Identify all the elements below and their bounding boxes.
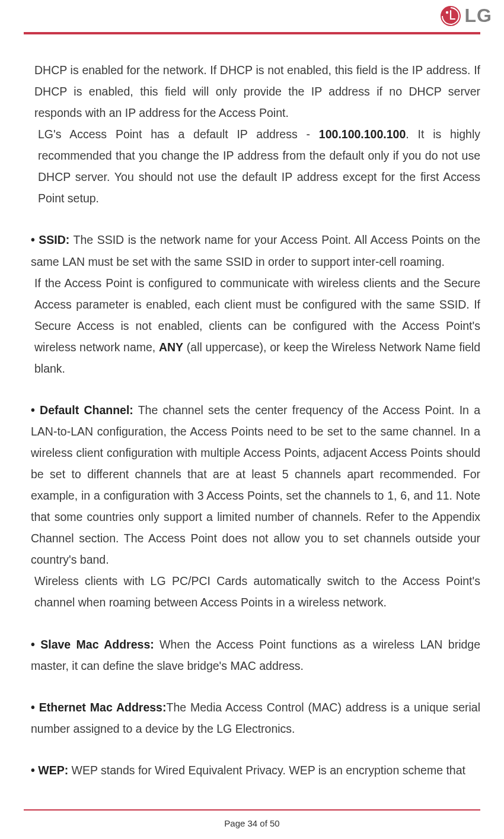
page-header: LG xyxy=(0,0,504,33)
bullet-marker: • xyxy=(31,233,39,246)
footer-divider xyxy=(24,809,480,811)
slave-mac-label: Slave Mac Address: xyxy=(40,638,154,651)
paragraph-dhcp-2: LG's Access Point has a default IP addre… xyxy=(24,123,480,209)
brand-name: LG xyxy=(465,5,492,27)
bullet-slave-mac: • Slave Mac Address: When the Access Poi… xyxy=(24,634,480,676)
lg-circle-icon xyxy=(440,5,461,27)
ssid-any-value: ANY xyxy=(159,341,183,354)
channel-text-1: The channel sets the center frequency of… xyxy=(31,403,480,566)
bullet-marker: • xyxy=(31,638,40,651)
channel-text-2: Wireless clients with LG PC/PCI Cards au… xyxy=(24,570,480,613)
document-body: DHCP is enabled for the network. If DHCP… xyxy=(24,59,480,797)
bullet-marker: • xyxy=(31,403,40,417)
page-number: Page 34 of 50 xyxy=(0,818,504,828)
ssid-text-2: If the Access Point is configured to com… xyxy=(24,272,480,379)
paragraph-dhcp-1: DHCP is enabled for the network. If DHCP… xyxy=(24,59,480,123)
bullet-marker: • xyxy=(31,764,38,777)
header-divider xyxy=(24,32,480,34)
default-ip-value: 100.100.100.100 xyxy=(319,128,406,141)
bullet-ssid: • SSID: The SSID is the network name for… xyxy=(24,229,480,272)
default-channel-label: Default Channel: xyxy=(40,403,133,417)
ethernet-mac-label: Ethernet Mac Address: xyxy=(39,701,167,714)
bullet-ethernet-mac: • Ethernet Mac Address:The Media Access … xyxy=(24,697,480,739)
bullet-wep: • WEP: WEP stands for Wired Equivalent P… xyxy=(24,759,480,781)
brand-logo: LG xyxy=(440,5,492,27)
bullet-default-channel: • Default Channel: The channel sets the … xyxy=(24,399,480,571)
ssid-label: SSID: xyxy=(39,233,69,246)
wep-text: WEP stands for Wired Equivalent Privacy.… xyxy=(68,764,465,777)
text-fragment: LG's Access Point has a default IP addre… xyxy=(38,128,319,141)
svg-point-1 xyxy=(445,11,448,13)
ssid-text-1: The SSID is the network name for your Ac… xyxy=(31,233,480,268)
bullet-marker: • xyxy=(31,701,39,714)
wep-label: WEP: xyxy=(38,764,68,777)
